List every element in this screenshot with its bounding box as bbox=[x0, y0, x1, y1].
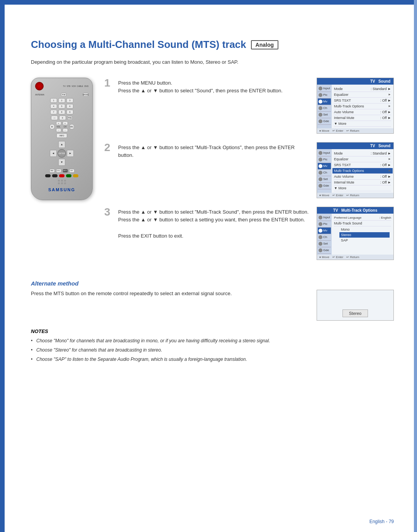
analog-badge: Analog bbox=[251, 40, 278, 49]
btn-5[interactable]: 5 bbox=[58, 104, 65, 109]
favch-button[interactable]: FAV bbox=[49, 169, 55, 173]
btn-7[interactable]: 7 bbox=[50, 110, 57, 114]
main-area: TV STB VCR CABLE DVD ANTENNA P.M MODE 1 bbox=[31, 78, 394, 269]
sidebar-channel: Ch bbox=[318, 105, 331, 112]
sensor-dots bbox=[35, 180, 88, 184]
tv-header-2: TV Sound bbox=[317, 143, 393, 149]
mode-button[interactable]: MODE bbox=[83, 93, 88, 97]
vol-down[interactable]: - bbox=[56, 128, 61, 132]
step-1-text: Press the MENU button. Press the ▲ or ▼ … bbox=[118, 78, 310, 95]
note-item-3: Choose "SAP" to listen to the Separate A… bbox=[31, 356, 394, 363]
notes-section: NOTES Choose "Mono" for channels that ar… bbox=[31, 328, 394, 363]
notes-list: Choose "Mono" for channels that are broa… bbox=[31, 337, 394, 363]
vol-up[interactable]: + bbox=[56, 121, 61, 125]
notes-title: NOTES bbox=[31, 328, 394, 334]
menu-im-2: Internal Mute: Off ► bbox=[334, 180, 391, 185]
remote-container: TV STB VCR CABLE DVD ANTENNA P.M MODE 1 bbox=[31, 78, 97, 269]
stereo-badge: Stereo bbox=[342, 309, 368, 317]
color-buttons bbox=[35, 174, 88, 177]
dpad-right[interactable]: ► bbox=[67, 150, 74, 157]
step-3: 3 Press the ▲ or ▼ button to select "Mul… bbox=[104, 207, 394, 260]
alternate-section: Alternate method Press the MTS button on… bbox=[31, 280, 394, 321]
ch-down[interactable]: - bbox=[63, 128, 68, 132]
btn-9[interactable]: 9 bbox=[66, 110, 73, 114]
mute-button[interactable]: M bbox=[49, 124, 55, 129]
btn-3[interactable]: 3 bbox=[66, 98, 73, 103]
menu-eq-1: Equalizer► bbox=[334, 92, 391, 98]
border-right bbox=[414, 0, 417, 532]
btn-color-black[interactable] bbox=[45, 174, 51, 177]
alt-tv-screen: Stereo bbox=[317, 290, 394, 321]
mute-row: M + VOL - + CH - SRC bbox=[35, 121, 88, 132]
pip-button[interactable]: PIP bbox=[69, 169, 75, 173]
chlist-button[interactable]: CH.L bbox=[56, 169, 61, 173]
title-row: Choosing a Multi-Channel Sound (MTS) tra… bbox=[31, 39, 394, 51]
menu-im-1: Internal Mute: Off ► bbox=[334, 115, 391, 121]
page-footer: English - 79 bbox=[370, 519, 394, 524]
tv-header-1: TV Sound bbox=[317, 78, 393, 85]
alternate-text: Press the MTS button on the remote contr… bbox=[31, 290, 309, 298]
mto-mts: Multi-Track Sound bbox=[334, 221, 391, 226]
numpad-row-4: — 0 PRE bbox=[35, 116, 88, 120]
remote-top: TV STB VCR CABLE DVD bbox=[35, 82, 88, 90]
ch-up[interactable]: + bbox=[63, 121, 68, 125]
remote-control: TV STB VCR CABLE DVD ANTENNA P.M MODE 1 bbox=[31, 78, 93, 200]
sidebar2-guide: Gde bbox=[318, 183, 331, 189]
note-item-1: Choose "Mono" for channels that are broa… bbox=[31, 337, 394, 344]
tv-main-3: Preferred Language: English Multi-Track … bbox=[332, 214, 393, 255]
btn-color-black2[interactable] bbox=[52, 174, 58, 177]
btn-4[interactable]: 4 bbox=[50, 104, 57, 109]
mts-button[interactable]: MTS bbox=[63, 169, 68, 173]
step-1-screen: TV Sound Input Pic Mv Ch Set Gde bbox=[317, 78, 394, 134]
alternate-screen: Stereo bbox=[317, 290, 394, 321]
dpad-top: ▲ bbox=[58, 141, 65, 148]
enter-button[interactable]: ENTER bbox=[58, 149, 66, 158]
numpad-row-1: 1 2 3 bbox=[35, 98, 88, 103]
btn-0[interactable]: 0 bbox=[59, 116, 66, 120]
menu-eq-2: Equalizer► bbox=[334, 156, 391, 162]
sidebar2-channel: Ch bbox=[318, 170, 331, 176]
sidebar3-channel: Ch bbox=[318, 234, 331, 241]
tv-body-1: Input Pic Mv Ch Set Gde Mode: Standard ►… bbox=[317, 85, 393, 128]
option-mono: Mono bbox=[339, 227, 390, 232]
sidebar2-picture: Pic bbox=[318, 156, 331, 163]
page-title: Choosing a Multi-Channel Sound (MTS) tra… bbox=[31, 39, 246, 51]
btn-2[interactable]: 2 bbox=[58, 98, 65, 103]
numpad-row-2: 4 5 6 bbox=[35, 104, 88, 109]
tv-header-3: TV Multi-Track Options bbox=[317, 207, 393, 214]
tv-body-2: Input Pic Mv Ch Set Gde Mode: Standard ►… bbox=[317, 149, 393, 193]
sidebar-input: Input bbox=[318, 85, 331, 92]
pmode-button[interactable]: P.M bbox=[61, 93, 66, 97]
fav-row: FAV CH.L MTS PIP bbox=[35, 169, 88, 173]
dpad-bottom: ▼ bbox=[58, 159, 65, 166]
tv-body-3: Input Pic Mv Ch Set Gde Preferred Langua… bbox=[317, 214, 393, 255]
power-button[interactable] bbox=[35, 82, 44, 90]
dpad: ▲ ◄ ENTER ► ▼ bbox=[35, 140, 88, 167]
btn-prech[interactable]: PRE bbox=[67, 116, 73, 120]
dpad-up[interactable]: ▲ bbox=[58, 141, 65, 148]
btn-8[interactable]: 8 bbox=[58, 110, 65, 114]
step-2-screen: TV Sound Input Pic Mv Ch Set Gde bbox=[317, 142, 394, 198]
btn-color-green[interactable] bbox=[66, 174, 71, 177]
sidebar3-movie: Mv bbox=[318, 228, 331, 234]
samsung-logo: SAMSUNG bbox=[35, 187, 88, 192]
step-3-text: Press the ▲ or ▼ button to select "Multi… bbox=[118, 207, 310, 240]
border-top bbox=[0, 0, 417, 5]
btn-dash[interactable]: — bbox=[51, 116, 58, 120]
option-sap: SAP bbox=[339, 238, 390, 243]
dpad-down[interactable]: ▼ bbox=[58, 159, 65, 166]
menu-mto-1: Multi-Track Options► bbox=[334, 104, 391, 109]
info-button[interactable]: INFO bbox=[56, 133, 67, 138]
sidebar3-setup: Set bbox=[318, 241, 331, 247]
dpad-left[interactable]: ◄ bbox=[50, 150, 57, 157]
btn-1[interactable]: 1 bbox=[50, 98, 57, 103]
btn-color-red[interactable] bbox=[59, 174, 64, 177]
sidebar2-input: Input bbox=[318, 150, 331, 156]
btn-6[interactable]: 6 bbox=[66, 104, 73, 109]
sidebar-picture: Pic bbox=[318, 92, 331, 99]
source-button[interactable]: SRC bbox=[69, 124, 75, 129]
tv-sidebar-3: Input Pic Mv Ch Set Gde bbox=[317, 214, 332, 255]
alternate-title: Alternate method bbox=[31, 280, 394, 287]
sidebar3-picture: Pic bbox=[318, 221, 331, 228]
btn-color-yellow[interactable] bbox=[73, 174, 78, 177]
